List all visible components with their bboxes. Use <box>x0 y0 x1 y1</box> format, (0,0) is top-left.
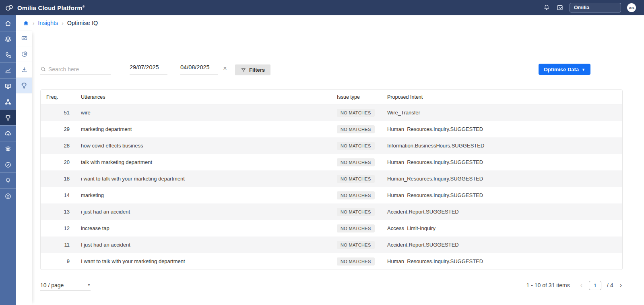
cell-issue-type: NO MATCHES <box>337 158 375 166</box>
table-row[interactable]: 18i want to talk with your marketing dep… <box>41 170 622 187</box>
issue-type-badge: NO MATCHES <box>337 224 375 232</box>
issue-type-badge: NO MATCHES <box>337 208 375 216</box>
date-to-field[interactable] <box>180 64 218 75</box>
cell-freq: 14 <box>41 192 81 198</box>
filters-button[interactable]: Filters <box>235 64 270 75</box>
subsidebar-item-export[interactable] <box>16 62 32 78</box>
cell-freq: 11 <box>41 242 81 248</box>
sidebar-item-automation[interactable] <box>0 141 16 157</box>
cell-issue-type: NO MATCHES <box>337 125 375 133</box>
breadcrumb: › Insights › Optimise IQ <box>16 15 644 31</box>
optimise-data-button[interactable]: Optimise Data ▼ <box>539 64 590 75</box>
cloud-upload-icon <box>4 130 12 137</box>
chevron-right-icon: › <box>62 20 63 26</box>
table-row[interactable]: 29marketing departmentNO MATCHESHuman_Re… <box>41 121 622 137</box>
secondary-sidebar <box>16 31 32 305</box>
chart-icon <box>4 67 12 74</box>
cell-proposed-intent: Information.BusinessHours.SUGGESTED <box>387 143 622 149</box>
issue-type-badge: NO MATCHES <box>337 125 375 133</box>
cell-proposed-intent: Human_Resources.Inquiry.SUGGESTED <box>387 176 622 182</box>
cell-freq: 18 <box>41 176 81 182</box>
sidebar-item-support[interactable] <box>0 188 16 204</box>
issue-type-badge: NO MATCHES <box>337 191 375 199</box>
search-field[interactable] <box>40 64 111 75</box>
toolbar: — × Filters Optimise Data ▼ <box>40 64 623 77</box>
subsidebar-item-reports[interactable] <box>16 46 32 62</box>
cell-proposed-intent: Accident.Report.SUGGESTED <box>387 209 622 215</box>
avatar[interactable]: AG <box>627 3 636 12</box>
clear-dates-icon[interactable]: × <box>221 65 229 72</box>
issue-type-badge: NO MATCHES <box>337 109 375 117</box>
sidebar-item-insights[interactable] <box>0 110 16 125</box>
date-range-separator: — <box>171 66 176 73</box>
utterances-table: Freq. Utterances Issue type Proposed Int… <box>40 89 623 270</box>
sidebar-item-quality[interactable] <box>0 157 16 172</box>
chevron-down-icon: ▼ <box>582 68 585 72</box>
download-icon <box>21 66 28 73</box>
cell-utterance: marketing <box>81 192 337 198</box>
cell-utterance: I just had an accident <box>81 242 337 248</box>
subsidebar-item-optimise-iq[interactable] <box>16 78 32 93</box>
cell-freq: 12 <box>41 225 81 231</box>
cell-freq: 28 <box>41 143 81 149</box>
page-size-value: 10 / page <box>40 282 64 288</box>
date-from-field[interactable] <box>130 64 167 75</box>
funnel-icon <box>241 67 246 73</box>
bulb-icon <box>4 114 12 121</box>
table-row[interactable]: 12increase tapNO MATCHESAccess_Limit-Inq… <box>41 220 622 237</box>
sidebar-item-cloud-upload[interactable] <box>0 125 16 141</box>
cell-issue-type: NO MATCHES <box>337 208 375 216</box>
main-content: — × Filters Optimise Data ▼ Freq. Uttera… <box>32 31 644 305</box>
sidebar-item-home[interactable] <box>0 15 16 31</box>
subsidebar-item-dashboard[interactable] <box>16 31 32 46</box>
issue-type-badge: NO MATCHES <box>337 241 375 249</box>
date-to-input[interactable] <box>180 64 218 71</box>
chevron-down-icon: ▼ <box>87 283 91 287</box>
table-row[interactable]: 13i just had an accidentNO MATCHESAccide… <box>41 203 622 220</box>
prev-page-icon[interactable]: ‹ <box>580 282 583 288</box>
plug-icon <box>4 177 12 184</box>
cell-issue-type: NO MATCHES <box>337 241 375 249</box>
release-notes-icon[interactable] <box>556 4 564 11</box>
cell-proposed-intent: Wire_Transfer <box>387 110 622 116</box>
pagination: 10 / page ▼ 1 - 10 of 31 items ‹ 1 / 4 › <box>40 280 623 293</box>
cell-utterance: increase tap <box>81 225 337 231</box>
sidebar-item-analytics[interactable] <box>0 62 16 78</box>
cell-issue-type: NO MATCHES <box>337 142 375 150</box>
org-select[interactable]: Omilia <box>570 3 621 12</box>
cell-issue-type: NO MATCHES <box>337 257 375 266</box>
table-row[interactable]: 28how covid effects businessNO MATCHESIn… <box>41 137 622 154</box>
page-size-select[interactable]: 10 / page ▼ <box>40 280 91 291</box>
sidebar-item-network[interactable] <box>0 94 16 110</box>
next-page-icon[interactable]: › <box>619 282 623 288</box>
phone-icon <box>5 52 12 58</box>
current-page-input[interactable]: 1 <box>589 281 601 290</box>
table-row[interactable]: 20talk with marketing departmentNO MATCH… <box>41 154 622 170</box>
notifications-bell-icon[interactable] <box>543 4 550 11</box>
col-header-freq: Freq. <box>41 94 81 100</box>
sidebar-item-monitor-chat[interactable] <box>0 78 16 94</box>
breadcrumb-insights-link[interactable]: Insights <box>38 20 58 26</box>
sidebar-item-phone[interactable] <box>0 47 16 62</box>
network-icon <box>4 98 12 106</box>
registered-mark: ® <box>83 5 85 8</box>
total-pages: / 4 <box>607 282 613 288</box>
table-row[interactable]: 9I want to talk with your marketing depa… <box>41 253 622 270</box>
sidebar-item-layers[interactable] <box>0 31 16 47</box>
table-row[interactable]: 14marketingNO MATCHESHuman_Resources.Inq… <box>41 187 622 203</box>
date-from-input[interactable] <box>130 64 167 71</box>
search-input[interactable] <box>48 66 111 73</box>
search-icon <box>40 66 46 72</box>
cell-proposed-intent: Human_Resources.Inquiry.SUGGESTED <box>387 159 622 165</box>
table-header-row: Freq. Utterances Issue type Proposed Int… <box>41 90 622 104</box>
cell-utterance: marketing department <box>81 126 337 132</box>
breadcrumb-home-icon[interactable] <box>23 20 29 26</box>
monitor-chart-icon <box>21 35 28 42</box>
issue-type-badge: NO MATCHES <box>337 158 375 166</box>
cell-utterance: i just had an accident <box>81 209 337 215</box>
table-row[interactable]: 11I just had an accidentNO MATCHESAccide… <box>41 237 622 253</box>
chevron-right-icon: › <box>33 20 34 26</box>
issue-type-badge: NO MATCHES <box>337 175 375 183</box>
sidebar-item-integrations[interactable] <box>0 172 16 188</box>
table-row[interactable]: 51wireNO MATCHESWire_Transfer <box>41 104 622 121</box>
